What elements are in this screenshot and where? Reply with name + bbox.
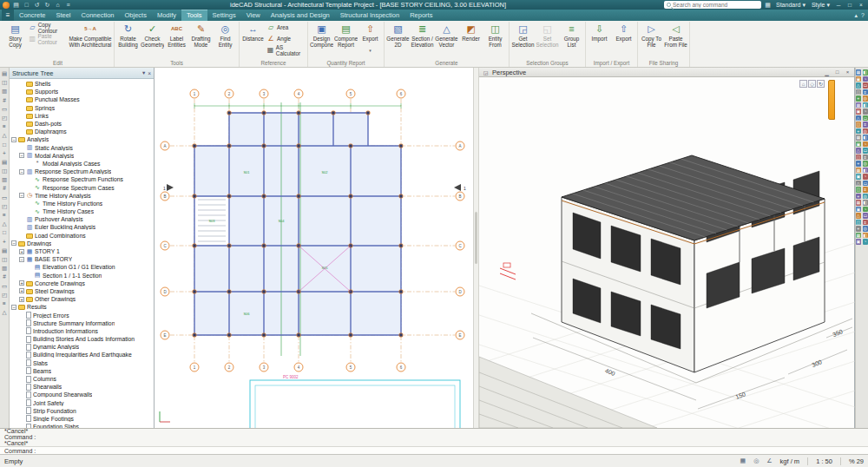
tool-icon[interactable]: ▦: [856, 135, 862, 141]
section-elevation-list-button[interactable]: ≣Section / Elevation List: [411, 22, 434, 49]
tool-icon[interactable]: ▦: [856, 102, 862, 109]
paste-from-file-button[interactable]: ◁Paste From File: [664, 22, 687, 49]
tree-item-static-analysis[interactable]: ▥Static Analysis: [10, 144, 154, 152]
redo-icon[interactable]: ↻: [43, 1, 51, 9]
tool-icon[interactable]: △: [856, 115, 862, 122]
tool-icon[interactable]: ▣: [856, 239, 862, 245]
tool-icon[interactable]: □: [1, 141, 9, 148]
zoom-indicator[interactable]: % 29: [849, 457, 864, 465]
tool-icon[interactable]: ◰: [1, 202, 9, 210]
tab-view[interactable]: View: [241, 10, 266, 21]
expand-icon[interactable]: +: [19, 280, 24, 286]
tree-item-beams[interactable]: Beams: [10, 367, 154, 375]
tree-item-supports[interactable]: Supports: [10, 88, 154, 95]
rotate-building-button[interactable]: ↻Rotate Building: [116, 22, 140, 49]
tree-item-structure-summary-information[interactable]: Structure Summary Information: [10, 319, 154, 327]
tab-concrete[interactable]: Concrete: [14, 10, 50, 21]
collapse-icon[interactable]: −: [19, 193, 24, 198]
tree-item-strip-foundation[interactable]: Strip Foundation: [10, 407, 154, 415]
tool-icon[interactable]: ◫: [1, 167, 9, 174]
tool-icon[interactable]: ◧: [863, 102, 868, 109]
tree-item-springs[interactable]: Springs: [10, 104, 154, 112]
scrollbar-2d[interactable]: [473, 68, 479, 428]
find-entity-button[interactable]: ◎Find Entity: [214, 22, 237, 49]
tool-icon[interactable]: #: [1, 273, 9, 280]
tool-icon[interactable]: △: [856, 181, 862, 187]
tab-settings[interactable]: Settings: [207, 10, 241, 21]
pin-icon[interactable]: ▾: [142, 69, 145, 76]
tree-item-results[interactable]: −Results: [10, 303, 154, 311]
tool-icon[interactable]: #: [1, 184, 9, 192]
window-close-icon[interactable]: ×: [844, 69, 852, 75]
tab-structural-inspection[interactable]: Structural Inspection: [335, 10, 404, 21]
collapse-icon[interactable]: −: [19, 257, 24, 262]
ortho-toggle-icon[interactable]: ∠: [766, 457, 772, 464]
tool-icon[interactable]: +: [1, 238, 9, 246]
tree-item-building-irregularities-and-earthquake[interactable]: Building Irregularities And Earthquake: [10, 351, 154, 358]
tool-icon[interactable]: △: [856, 213, 862, 219]
expand-icon[interactable]: +: [19, 249, 24, 254]
generate-2d-drawing-button[interactable]: ▧Generate 2D Drawing: [386, 22, 410, 49]
tool-icon[interactable]: ▭: [1, 105, 9, 113]
tree-item-base-story[interactable]: −▦BASE STORY: [10, 255, 154, 263]
tree-item-elevation-g1-g1-elevation[interactable]: ▤Elevation G1 / G1 Elevation: [10, 263, 154, 271]
save-icon[interactable]: ▤: [12, 1, 20, 9]
viewport-3d[interactable]: ◲ Perspective ▁ □ ×: [479, 68, 855, 428]
components-report-button[interactable]: ▤Components Report: [334, 22, 358, 49]
tool-icon[interactable]: ◫: [856, 220, 862, 226]
generate-vector-drawing-button[interactable]: △Generate Vector Drawing: [435, 22, 458, 49]
tool-icon[interactable]: ◔: [863, 239, 868, 245]
tree-item-joint-safety[interactable]: Joint Safety: [10, 399, 154, 407]
tree-item-modal-analysis[interactable]: −▥Modal Analysis: [10, 152, 154, 160]
tree-item-concrete-drawings[interactable]: +Concrete Drawings: [10, 280, 154, 287]
collapse-icon[interactable]: −: [11, 240, 16, 246]
command-search[interactable]: [664, 1, 761, 9]
tool-icon[interactable]: ▭: [1, 194, 9, 201]
tree-item-shells[interactable]: Shells: [10, 80, 154, 88]
tool-icon[interactable]: ≡: [1, 122, 9, 130]
tree-item-building-stories-and-loads-information[interactable]: Building Stories And Loads Information: [10, 335, 154, 343]
as-calculator-button[interactable]: ▦AS Calculator: [266, 44, 306, 56]
tree-item-time-history-cases[interactable]: ∿Time History Cases: [10, 207, 154, 215]
snap-toggle-icon[interactable]: ◎: [753, 457, 759, 464]
tool-icon[interactable]: ▦: [856, 69, 862, 76]
tool-icon[interactable]: ▥: [1, 175, 9, 183]
viewport-2d[interactable]: 112233445566AABBCCDDEE S01S02S03S04S05S0…: [155, 68, 473, 428]
perspective-window-header[interactable]: ◲ Perspective ▁ □ ×: [479, 68, 854, 77]
tool-icon[interactable]: +: [856, 194, 862, 200]
collapse-ribbon-icon[interactable]: ▴: [855, 12, 858, 19]
tool-icon[interactable]: +: [856, 161, 862, 167]
tree-item-diaphragms[interactable]: Diaphragms: [10, 128, 154, 135]
render-button[interactable]: ◩Render: [459, 22, 483, 49]
tab-connection[interactable]: Connection: [76, 10, 120, 21]
search-input[interactable]: [673, 2, 759, 8]
distance-button[interactable]: ↔Distance: [241, 22, 265, 49]
entity-from-primitives-button[interactable]: ◫Entity From Primitives: [483, 22, 507, 49]
home-view-icon[interactable]: ⌂: [799, 80, 807, 88]
set-selection-button[interactable]: ◱Set Selection: [536, 22, 559, 49]
tool-icon[interactable]: ◔: [863, 109, 868, 115]
tool-icon[interactable]: ◔: [863, 141, 868, 148]
tree-item-euler-buckling-analysis[interactable]: ▥Euler Buckling Analysis: [10, 223, 154, 231]
tool-icon[interactable]: △: [856, 148, 862, 154]
copy-to-file-button[interactable]: ▷Copy To File: [640, 22, 663, 49]
close-button[interactable]: ×: [857, 1, 865, 9]
group-list-button[interactable]: ≡Group List: [560, 22, 583, 49]
tool-icon[interactable]: ◔: [863, 174, 868, 180]
new-file-icon[interactable]: □: [23, 1, 30, 9]
make-compatible-with-architectural-button[interactable]: 5→AMake Compatible With Architectural: [69, 22, 112, 49]
help-icon[interactable]: ?: [861, 12, 865, 18]
grid-toggle-icon[interactable]: ▦: [740, 457, 746, 464]
tool-icon[interactable]: +: [1, 149, 9, 157]
tab-analysis-and-design[interactable]: Analysis and Design: [266, 10, 335, 21]
drafting-mode-button[interactable]: ✎Drafting Mode: [189, 22, 213, 49]
copy-contour-button[interactable]: ▱Copy Contour: [28, 22, 68, 33]
tool-icon[interactable]: ◔: [863, 207, 868, 213]
tree-item-dash-pots[interactable]: Dash-pots: [10, 120, 154, 128]
tool-icon[interactable]: ◫: [856, 122, 862, 128]
get-selection-button[interactable]: ◲Get Selection: [511, 22, 535, 49]
standard-dropdown[interactable]: Standard▾: [774, 2, 807, 9]
tool-icon[interactable]: ▣: [856, 76, 862, 82]
tool-icon[interactable]: ◧: [863, 69, 868, 76]
collapse-icon[interactable]: −: [19, 153, 24, 158]
